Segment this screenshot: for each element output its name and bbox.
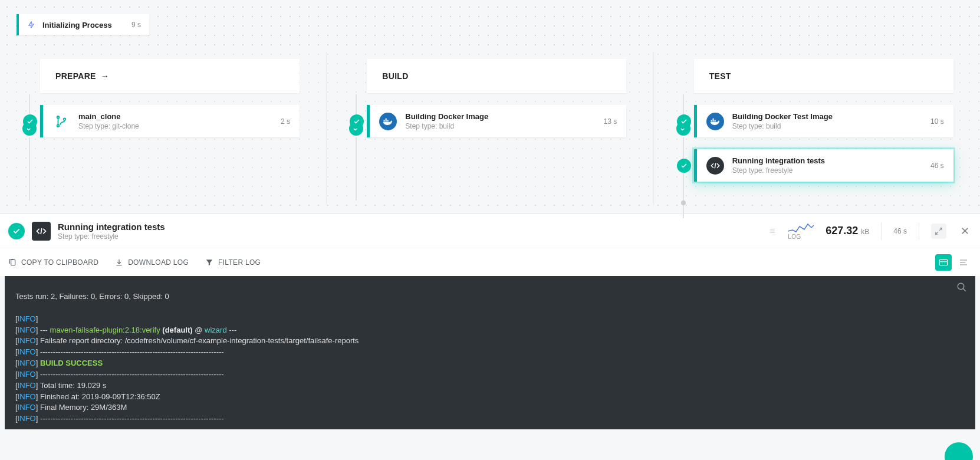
svg-rect-7 bbox=[711, 120, 712, 121]
git-branch-icon bbox=[52, 113, 70, 130]
sparkline-icon bbox=[788, 222, 814, 234]
check-icon bbox=[8, 223, 25, 239]
detail-header: Running integration tests Step type: fre… bbox=[0, 213, 980, 248]
view-formatted-button[interactable] bbox=[935, 254, 952, 271]
divider bbox=[919, 222, 919, 240]
arrow-right-icon: → bbox=[101, 71, 109, 81]
log-line: [INFO] ---------------------------------… bbox=[15, 347, 965, 358]
check-icon bbox=[350, 114, 364, 129]
log-line: Tests run: 2, Failures: 0, Errors: 0, Sk… bbox=[15, 291, 965, 303]
check-icon bbox=[677, 114, 691, 129]
initializing-duration: 9 s bbox=[131, 21, 141, 29]
step-duration: 10 s bbox=[930, 117, 944, 126]
stage-name: PREPARE bbox=[55, 71, 96, 81]
svg-point-1 bbox=[57, 124, 60, 127]
filter-icon bbox=[205, 258, 213, 267]
svg-rect-4 bbox=[386, 120, 387, 121]
stage-name: TEST bbox=[709, 71, 731, 81]
svg-rect-10 bbox=[712, 118, 713, 119]
step-duration: 2 s bbox=[281, 117, 290, 126]
expand-button[interactable] bbox=[931, 224, 946, 239]
stage-header[interactable]: TEST bbox=[694, 59, 953, 93]
log-toolbar: COPY TO CLIPBOARD DOWNLOAD LOG FILTER LO… bbox=[0, 248, 980, 276]
step-title: Building Docker Test Image bbox=[732, 112, 926, 121]
svg-rect-6 bbox=[386, 118, 387, 119]
stage-build: BUILD Building Docker Image Step type: b… bbox=[326, 52, 653, 205]
stage-header[interactable]: BUILD bbox=[367, 59, 626, 93]
svg-rect-8 bbox=[712, 120, 713, 121]
svg-rect-16 bbox=[939, 259, 947, 265]
log-size: 627.32 kB bbox=[826, 225, 869, 237]
stage-line bbox=[356, 94, 357, 201]
copy-to-clipboard-button[interactable]: COPY TO CLIPBOARD bbox=[8, 258, 98, 267]
pipeline-canvas: Initializing Process 9 s PREPARE → bbox=[0, 0, 980, 213]
log-line: [INFO] ---------------------------------… bbox=[15, 413, 965, 425]
svg-point-0 bbox=[57, 116, 60, 118]
step-subtitle: Step type: build bbox=[732, 122, 926, 130]
code-icon bbox=[706, 157, 724, 175]
search-log-button[interactable] bbox=[956, 282, 967, 293]
log-line: [INFO] Failsafe report directory: /codef… bbox=[15, 336, 965, 347]
log-metrics: LOG 627.32 kB 46 s ✕ bbox=[788, 222, 972, 240]
log-line: [INFO] Total time: 19.029 s bbox=[15, 380, 965, 392]
step-subtitle: Step type: build bbox=[405, 122, 598, 130]
code-icon bbox=[32, 222, 51, 241]
step-subtitle: Step type: freestyle bbox=[732, 166, 926, 175]
svg-rect-15 bbox=[11, 259, 15, 265]
step-title: Building Docker Image bbox=[405, 112, 598, 121]
log-line: [INFO] --- maven-failsafe-plugin:2.18:ve… bbox=[15, 325, 965, 336]
stage-line bbox=[683, 94, 684, 218]
step-card-integration-tests[interactable]: Running integration tests Step type: fre… bbox=[694, 149, 953, 182]
svg-line-22 bbox=[963, 288, 966, 291]
log-line: [INFO] Finished at: 2019-09-09T12:36:50Z bbox=[15, 392, 965, 403]
download-icon bbox=[115, 258, 123, 267]
view-raw-button[interactable] bbox=[955, 254, 972, 271]
log-console[interactable]: Tests run: 2, Failures: 0, Errors: 0, Sk… bbox=[5, 276, 975, 429]
log-label: LOG bbox=[788, 234, 814, 240]
step-card-build-image[interactable]: Building Docker Image Step type: build 1… bbox=[367, 105, 626, 137]
log-line: [INFO] Final Memory: 29M/363M bbox=[15, 402, 965, 413]
check-icon bbox=[23, 114, 37, 129]
initializing-card[interactable]: Initializing Process 9 s bbox=[17, 14, 149, 35]
svg-point-2 bbox=[64, 118, 66, 120]
stage-test: TEST Building Docker Test Image Step typ… bbox=[653, 52, 980, 205]
check-icon bbox=[677, 159, 691, 173]
detail-duration: 46 s bbox=[893, 227, 907, 235]
step-card-main-clone[interactable]: main_clone Step type: git-clone 2 s bbox=[40, 105, 300, 137]
stage-line bbox=[29, 94, 30, 201]
step-duration: 46 s bbox=[930, 162, 944, 170]
step-duration: 13 s bbox=[604, 117, 617, 126]
svg-line-11 bbox=[715, 163, 716, 168]
svg-line-14 bbox=[936, 232, 938, 234]
svg-point-21 bbox=[958, 283, 964, 290]
step-card-build-test-image[interactable]: Building Docker Test Image Step type: bu… bbox=[694, 105, 953, 137]
log-line: [INFO] bbox=[15, 314, 965, 325]
svg-line-12 bbox=[41, 228, 42, 234]
end-dot bbox=[681, 201, 686, 205]
svg-rect-9 bbox=[714, 120, 715, 121]
stage-header[interactable]: PREPARE → bbox=[40, 59, 300, 93]
stage-prepare: PREPARE → main_clone Step type: git-clon… bbox=[0, 52, 326, 205]
floating-action-button[interactable] bbox=[945, 442, 973, 460]
svg-rect-5 bbox=[387, 120, 389, 121]
docker-icon bbox=[706, 113, 724, 130]
docker-icon bbox=[379, 113, 397, 130]
stage-name: BUILD bbox=[382, 71, 408, 81]
log-line: [INFO] BUILD SUCCESS bbox=[15, 358, 965, 369]
detail-title: Running integration tests bbox=[58, 222, 758, 232]
divider bbox=[881, 222, 882, 240]
initializing-title: Initializing Process bbox=[42, 21, 131, 29]
stages-row: PREPARE → main_clone Step type: git-clon… bbox=[0, 52, 980, 205]
filter-log-button[interactable]: FILTER LOG bbox=[205, 258, 261, 267]
svg-rect-3 bbox=[384, 120, 385, 121]
svg-line-13 bbox=[939, 228, 942, 230]
close-button[interactable]: ✕ bbox=[958, 222, 972, 240]
download-log-button[interactable]: DOWNLOAD LOG bbox=[115, 258, 189, 267]
log-line: [INFO] ---------------------------------… bbox=[15, 369, 965, 380]
detail-subtitle: Step type: freestyle bbox=[58, 232, 758, 241]
drag-handle-icon[interactable]: ≡ bbox=[769, 226, 776, 236]
step-subtitle: Step type: git-clone bbox=[78, 122, 276, 130]
step-title: Running integration tests bbox=[732, 156, 926, 165]
bolt-icon bbox=[27, 20, 35, 29]
clipboard-icon bbox=[8, 258, 17, 267]
